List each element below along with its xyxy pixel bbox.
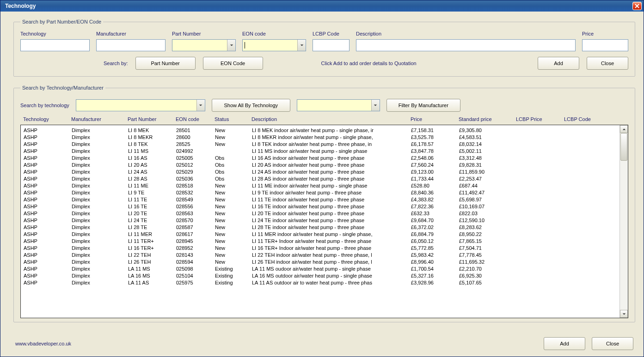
list-item[interactable]: ASHPDimplexLI 22 TEH028143NewLI 22 TEH i…: [24, 252, 617, 259]
close-button-top[interactable]: Close: [587, 57, 628, 70]
cell-lcbpcode: [564, 252, 611, 259]
cell-description: LI 11 TE indoor air/water heat pump - th…: [252, 196, 409, 203]
chevron-down-icon[interactable]: [371, 100, 380, 111]
results-listbox[interactable]: ASHPDimplexLI 8 MEK28501NewLI 8 MEK indo…: [20, 125, 628, 318]
cell-description: LI 8 MEKR indoor air/water heat pump - s…: [252, 134, 409, 141]
hdr-partnumber: Part Number: [128, 116, 174, 122]
search-by-partnumber-button[interactable]: Part Number: [135, 57, 196, 70]
list-item[interactable]: ASHPDimplexLI 20 TE028563NewLI 20 TE ind…: [24, 210, 617, 217]
chevron-down-icon[interactable]: [196, 100, 205, 111]
list-item[interactable]: ASHPDimplexLI 8 MEKR28600NewLI 8 MEKR in…: [24, 134, 617, 141]
cell-stdprice: £9,828.31: [459, 162, 515, 169]
cell-manufacturer: Dimplex: [72, 245, 126, 252]
cell-partnumber: LI 11 TE: [128, 196, 174, 203]
chevron-down-icon[interactable]: [227, 40, 235, 51]
cell-partnumber: LI 28 TE: [128, 224, 174, 231]
list-item[interactable]: ASHPDimplexLI 8 TEK28525NewLI 8 TEK indo…: [24, 141, 617, 148]
cell-manufacturer: Dimplex: [72, 266, 126, 272]
list-item[interactable]: ASHPDimplexLA 11 MS025098ExistingLA 11 M…: [24, 266, 617, 272]
manufacturer-combo[interactable]: [297, 99, 380, 111]
chevron-down-icon[interactable]: [297, 40, 306, 51]
cell-eoncode: 028143: [176, 252, 213, 259]
list-item[interactable]: ASHPDimplexLA 16 MS025104ExistingLA 16 M…: [24, 272, 617, 279]
cell-lcbpcode: [564, 272, 611, 279]
cell-lcbpcode: [564, 266, 611, 272]
technology-input[interactable]: [20, 39, 90, 51]
cell-partnumber: LI 16 TE: [128, 203, 174, 210]
hdr-description: Description: [251, 116, 409, 122]
cell-eoncode: 028587: [176, 224, 213, 231]
cell-price: £7,560.24: [411, 162, 457, 169]
cell-stdprice: £10,169.07: [459, 203, 515, 210]
cell-eoncode: 025005: [176, 155, 213, 162]
close-button-bottom[interactable]: Close: [592, 337, 633, 350]
add-button-top[interactable]: Add: [538, 57, 579, 70]
cell-price: £9,684.70: [411, 217, 457, 224]
lcbpcode-input[interactable]: [313, 39, 350, 51]
list-item[interactable]: ASHPDimplexLI 28 TE028587NewLI 28 TE ind…: [24, 224, 617, 231]
scroll-track[interactable]: [620, 133, 628, 310]
label-manufacturer: Manufacturer: [96, 31, 166, 36]
scroll-up-button[interactable]: [620, 125, 628, 133]
window-title: Technology: [5, 3, 36, 9]
list-item[interactable]: ASHPDimplexLI 16 TE028556NewLI 16 TE ind…: [24, 203, 617, 210]
cell-eoncode: 028518: [176, 182, 213, 189]
filter-by-manufacturer-button[interactable]: Filter By Manufacturer: [386, 99, 460, 112]
eoncode-combo[interactable]: [242, 39, 306, 51]
list-item[interactable]: ASHPDimplexLI 9 TE028532NewLI 9 TE indoo…: [24, 189, 617, 196]
cell-price: £8,996.40: [411, 259, 457, 266]
cell-lcbpprice: [516, 141, 563, 148]
list-item[interactable]: ASHPDimplexLI 16 AS025005ObsLI 16 AS ind…: [24, 155, 617, 162]
list-item[interactable]: ASHPDimplexLI 11 TE028549NewLI 11 TE ind…: [24, 196, 617, 203]
partnumber-combo[interactable]: [172, 39, 236, 51]
technology-combo[interactable]: [76, 99, 205, 111]
cell-lcbpcode: [564, 155, 611, 162]
cell-price: £528.80: [411, 182, 457, 189]
cell-manufacturer: Dimplex: [72, 141, 126, 148]
cell-technology: ASHP: [24, 231, 70, 238]
search-by-eoncode-button[interactable]: EON Code: [203, 57, 263, 70]
cell-eoncode: 028617: [176, 231, 213, 238]
list-item[interactable]: ASHPDimplexLA 11 AS025975ExistingLA 11 A…: [24, 279, 617, 286]
cell-partnumber: LI 26 TEH: [128, 259, 174, 266]
cell-lcbpcode: [564, 259, 611, 266]
description-input[interactable]: [356, 39, 576, 51]
show-all-by-technology-button[interactable]: Show All By Technology: [212, 99, 290, 112]
cell-manufacturer: Dimplex: [72, 182, 126, 189]
list-item[interactable]: ASHPDimplexLI 24 TE028570NewLI 24 TE ind…: [24, 217, 617, 224]
list-item[interactable]: ASHPDimplexLI 24 AS025029ObsLI 24 AS ind…: [24, 169, 617, 175]
label-search-by-technology: Search by technology: [20, 103, 69, 108]
list-item[interactable]: ASHPDimplexLI 11 ME028518NewLI 11 ME ind…: [24, 182, 617, 189]
cell-lcbpcode: [564, 224, 611, 231]
cell-technology: ASHP: [24, 189, 70, 196]
manufacturer-input[interactable]: [96, 39, 166, 51]
cell-status: Obs: [215, 169, 250, 175]
cell-technology: ASHP: [24, 266, 70, 272]
list-item[interactable]: ASHPDimplexLI 11 MER028617NewLI 11 MER i…: [24, 231, 617, 238]
list-item[interactable]: ASHPDimplexLI 16 TER+028952NewLI 16 TER+…: [24, 245, 617, 252]
window-close-button[interactable]: [632, 2, 642, 10]
scrollbar[interactable]: [619, 125, 628, 318]
add-button-bottom[interactable]: Add: [544, 337, 585, 350]
cell-status: New: [215, 238, 250, 245]
list-item[interactable]: ASHPDimplexLI 20 AS025012ObsLI 20 AS ind…: [24, 162, 617, 169]
list-item[interactable]: ASHPDimplexLI 28 AS025036ObsLI 28 AS ind…: [24, 175, 617, 182]
list-item[interactable]: ASHPDimplexLI 26 TEH028594NewLI 26 TEH i…: [24, 259, 617, 266]
hdr-price: Price: [411, 116, 457, 122]
client-area: Search by Part Number/EON Code Technolog…: [0, 12, 644, 357]
cell-price: £6,178.57: [411, 141, 457, 148]
list-item[interactable]: ASHPDimplexLI 8 MEK28501NewLI 8 MEK indo…: [24, 127, 617, 134]
cell-status: New: [215, 189, 250, 196]
price-input[interactable]: [582, 39, 628, 51]
cell-partnumber: LI 24 TE: [128, 217, 174, 224]
scroll-thumb[interactable]: [620, 133, 627, 161]
cell-price: £9,123.00: [411, 169, 457, 175]
cell-technology: ASHP: [24, 203, 70, 210]
cell-description: LI 16 AS indoor air/water heat pump - th…: [252, 155, 409, 162]
scroll-down-button[interactable]: [620, 310, 628, 318]
cell-technology: ASHP: [24, 127, 70, 134]
footer-link: www.vbadeveloper.co.uk: [15, 341, 71, 346]
list-item[interactable]: ASHPDimplexLI 11 MS024992LI 11 MS indoor…: [24, 148, 617, 155]
list-item[interactable]: ASHPDimplexLI 11 TER+028945NewLI 11 TER+…: [24, 238, 617, 245]
cell-status: [215, 148, 250, 155]
